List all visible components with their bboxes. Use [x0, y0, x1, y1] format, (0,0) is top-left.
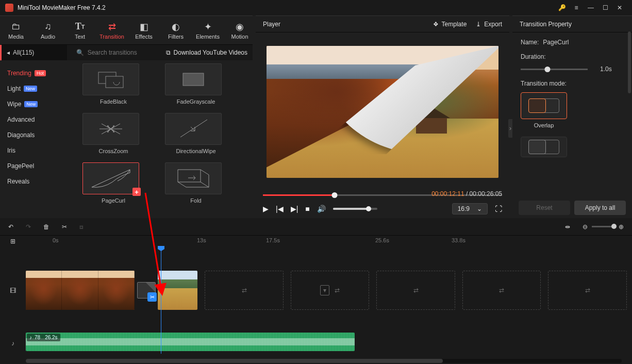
undo-button[interactable]: ↶	[8, 223, 13, 230]
music-note-icon: ♪	[29, 335, 32, 340]
filter-all-button[interactable]: ◂ All(115)	[0, 45, 67, 60]
transition-fadegrayscale[interactable]: FadeGrayscale	[165, 63, 227, 105]
audio-clip[interactable]: ♪ 78 26.2s	[26, 333, 355, 351]
crop-button[interactable]: ⧈	[79, 223, 84, 230]
license-key-icon[interactable]: 🔑	[555, 1, 569, 15]
transition-fadeblack[interactable]: FadeBlack	[82, 63, 144, 105]
download-videos-link[interactable]: ⧉Download YouTube Videos	[166, 49, 247, 56]
tab-elements[interactable]: ✦Elements	[192, 21, 224, 40]
transition-pagecurl[interactable]: + PageCurl	[82, 162, 144, 204]
prev-frame-button[interactable]: |◀	[276, 205, 284, 213]
play-controls: ▶ |◀ ▶| ■ 🔊 16:9⌄ ⛶	[256, 200, 509, 218]
category-diagonals[interactable]: Diagonals	[0, 127, 67, 143]
maximize-icon[interactable]: ☐	[598, 1, 612, 15]
audio-clip-header: ♪ 78 26.2s	[27, 334, 60, 341]
next-frame-button[interactable]: ▶|	[291, 205, 298, 213]
zoom-out-button[interactable]: ⊖	[583, 223, 588, 230]
collapse-panel-button[interactable]: ›	[508, 119, 512, 138]
tab-transition[interactable]: ⇄Transition	[96, 21, 128, 40]
split-badge-icon[interactable]: ✂	[147, 292, 157, 302]
delete-button[interactable]: 🗑	[43, 223, 49, 230]
mode-overlap[interactable]	[521, 92, 567, 119]
volume-icon[interactable]: 🔊	[317, 205, 326, 213]
category-advanced[interactable]: Advanced	[0, 112, 67, 127]
directionalwipe-icon	[175, 118, 211, 140]
template-icon: ❖	[433, 21, 439, 28]
play-button[interactable]: ▶	[263, 205, 269, 213]
reset-button[interactable]: Reset	[519, 201, 570, 215]
aspect-ratio-select[interactable]: 16:9⌄	[452, 203, 488, 214]
audio-track-icon: ♪	[0, 336, 26, 351]
transition-directionalwipe[interactable]: DirectionalWipe	[165, 113, 227, 154]
mode-alt[interactable]	[521, 137, 567, 157]
split-button[interactable]: ✂	[62, 223, 67, 230]
elements-icon: ✦	[192, 21, 224, 32]
seek-bar[interactable]: 00:00:12:11 / 00:00:26:05	[263, 190, 502, 200]
svg-rect-2	[183, 73, 204, 86]
tab-text[interactable]: TTText	[64, 21, 96, 40]
template-button[interactable]: ❖Template	[433, 21, 467, 28]
tab-effects[interactable]: ◧Effects	[128, 21, 160, 40]
playhead[interactable]	[161, 247, 161, 354]
prop-duration-row: Duration: 1.0s	[521, 53, 624, 73]
properties-title: Transition Property	[512, 16, 632, 32]
app-logo	[5, 4, 13, 12]
close-icon[interactable]: ✕	[612, 1, 627, 15]
svg-rect-1	[106, 76, 123, 88]
video-clip-2[interactable]	[158, 271, 197, 310]
export-button[interactable]: ⤓Export	[476, 21, 502, 28]
category-light[interactable]: LightNew	[0, 81, 67, 96]
tab-audio[interactable]: ♫Audio	[32, 21, 64, 40]
drop-slot-5[interactable]: ⇄	[548, 271, 627, 310]
category-iris[interactable]: Iris	[0, 143, 67, 158]
redo-button[interactable]: ↷	[26, 223, 31, 230]
transition-slot[interactable]: ✂	[135, 282, 158, 299]
library-subheader: ◂ All(115) 🔍 Search transitions ⧉Downloa…	[0, 45, 253, 60]
category-reveals[interactable]: Reveals	[0, 174, 67, 189]
zoom-slider[interactable]	[592, 226, 614, 227]
drop-slot-1[interactable]: ⇄	[205, 271, 284, 310]
duration-slider[interactable]	[521, 66, 588, 72]
zoom-in-button[interactable]: ⊕	[619, 223, 624, 230]
fullscreen-button[interactable]: ⛶	[495, 205, 502, 213]
minimize-icon[interactable]: —	[584, 1, 598, 15]
prop-name-row: Name: PageCurl	[521, 39, 624, 46]
transition-fold[interactable]: Fold	[165, 162, 227, 204]
category-list: TrendingHot LightNew WipeNew Advanced Di…	[0, 60, 67, 218]
drop-slot-3[interactable]: ⇄	[376, 271, 455, 310]
tab-motion[interactable]: ◉Motion	[224, 21, 256, 40]
time-ruler[interactable]: 0s 13s 17.5s 25.6s 33.8s	[52, 236, 632, 247]
video-clip-1[interactable]	[26, 271, 135, 310]
menu-icon[interactable]: ≡	[569, 1, 584, 15]
pagecurl-icon	[88, 166, 134, 191]
drop-slot-2[interactable]: ▾ ⇄	[291, 271, 370, 310]
fit-timeline-button[interactable]: ⇹	[565, 223, 570, 230]
library-panel: 🗀Media ♫Audio TTText ⇄Transition ◧Effect…	[0, 15, 253, 218]
apply-all-button[interactable]: Apply to all	[574, 201, 626, 215]
tab-filters[interactable]: ◐Filters	[160, 21, 192, 40]
volume-slider[interactable]	[333, 208, 377, 210]
transition-icon: ⇄	[96, 21, 128, 32]
drop-slot-4[interactable]: ⇄	[462, 271, 541, 310]
add-track-button[interactable]: ⊞	[0, 236, 26, 247]
video-track[interactable]: ✂ ⇄ ▾ ⇄ ⇄ ⇄ ⇄	[26, 270, 627, 311]
chevron-down-icon: ⌄	[477, 205, 482, 212]
motion-icon: ◉	[224, 21, 256, 32]
preview-area	[256, 32, 509, 188]
timeline-scrollbar[interactable]	[26, 359, 622, 363]
tab-media[interactable]: 🗀Media	[0, 21, 32, 40]
stop-button[interactable]: ■	[305, 205, 309, 213]
search-input[interactable]: 🔍 Search transitions	[67, 49, 166, 56]
svg-line-5	[201, 182, 209, 187]
library-body: TrendingHot LightNew WipeNew Advanced Di…	[0, 60, 253, 218]
category-pagepeel[interactable]: PagePeel	[0, 158, 67, 174]
properties-panel: › Transition Property Name: PageCurl Dur…	[512, 15, 632, 218]
app-title: MiniTool MovieMaker Free 7.4.2	[18, 4, 555, 11]
category-wipe[interactable]: WipeNew	[0, 96, 67, 112]
text-icon: TT	[64, 21, 96, 32]
add-transition-icon[interactable]: +	[132, 188, 141, 196]
category-trending[interactable]: TrendingHot	[0, 65, 67, 81]
audio-track[interactable]: ♪ 78 26.2s	[26, 333, 627, 353]
transition-crosszoom[interactable]: CrossZoom	[82, 113, 144, 154]
preview-canvas[interactable]	[267, 46, 498, 178]
